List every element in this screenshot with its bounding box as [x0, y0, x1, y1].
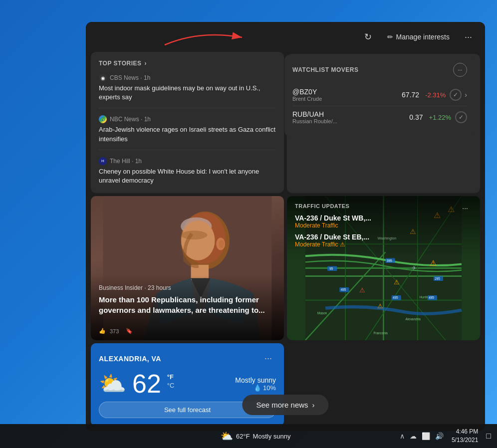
taskbar-date-display: 5/13/2021 — [452, 436, 478, 445]
svg-text:495: 495 — [393, 296, 398, 299]
stock-badge[interactable]: ✓ — [450, 89, 462, 101]
taskbar-weather-desc: Mostly sunny — [253, 433, 291, 440]
stock-price: 0.37 — [409, 113, 423, 121]
traffic-overlay: TRAFFIC UPDATES ··· VA-236 / Duke St WB,… — [287, 196, 480, 258]
traffic-more-button[interactable]: ··· — [458, 202, 472, 214]
watchlist-expand-icon[interactable]: › — [465, 91, 467, 99]
traffic-status: Moderate Traffic ⚠ — [295, 241, 472, 248]
weather-icon: ⛅ — [99, 371, 126, 397]
svg-text:✈: ✈ — [412, 265, 416, 271]
chevron-up-icon[interactable]: ∧ — [400, 432, 405, 440]
taskbar-weather-icon: ⛅ — [221, 430, 233, 442]
svg-text:295: 295 — [435, 277, 440, 280]
traffic-road: VA-236 / Duke St WB,... — [295, 214, 472, 222]
see-more-chevron: › — [312, 401, 315, 409]
watchlist-header: WATCHLIST MOVERS ··· — [292, 63, 467, 77]
traffic-road: VA-236 / Duke St EB,... — [295, 233, 472, 241]
big-news-card[interactable]: Business Insider · 23 hours More than 10… — [91, 196, 284, 340]
more-options-button[interactable]: ··· — [461, 30, 476, 44]
news-item[interactable]: ◉ CBS News · 1h Most indoor mask guideli… — [99, 74, 276, 108]
top-stories-header[interactable]: TOP STORIES › — [99, 60, 276, 67]
svg-text:395: 395 — [387, 259, 392, 262]
unit-celsius: °C — [167, 382, 175, 389]
news-headline: Most indoor mask guidelines may be on wa… — [99, 84, 276, 102]
taskbar-time-display: 4:46 PM — [452, 428, 478, 436]
svg-text:Alexandria: Alexandria — [406, 317, 421, 321]
monitor-icon[interactable]: ⬜ — [422, 432, 430, 440]
top-stories-chevron: › — [145, 60, 147, 67]
news-source-row: H The Hill · 1h — [99, 157, 276, 165]
weather-more-button[interactable]: ··· — [260, 351, 276, 366]
volume-icon[interactable]: 🔊 — [435, 432, 444, 440]
traffic-status: Moderate Traffic — [295, 222, 472, 229]
refresh-button[interactable]: ↻ — [360, 29, 376, 45]
weather-precip: 💧 10% — [235, 384, 276, 392]
watchlist-item[interactable]: @BZ0Y Brent Crude 67.72 -2.31% ✓ › — [292, 84, 467, 106]
see-more-label: See more news — [256, 401, 308, 409]
manage-interests-button[interactable]: ✏ Manage interests — [382, 30, 455, 44]
bookmark-icon: 🔖 — [126, 328, 133, 334]
see-more-news-button[interactable]: See more news › — [242, 395, 328, 415]
taskbar-right: ∧ ☁ ⬜ 🔊 4:46 PM 5/13/2021 □ — [400, 428, 491, 445]
stock-price: 67.72 — [402, 91, 419, 99]
traffic-card: ⚠ ⚠ ⚠ ⚠ ⚠ ⚠ ⚠ Washington Mason Alexandri… — [287, 196, 480, 340]
watchlist-right-area: ✓ › — [450, 89, 467, 101]
news-source-label: CBS News · 1h — [110, 74, 150, 81]
watchlist-more-button[interactable]: ··· — [453, 63, 467, 77]
stock-info: RUB/UAH Russian Rouble/... — [292, 110, 409, 124]
taskbar-weather[interactable]: ⛅ 62°F Mostly sunny — [6, 430, 400, 442]
news-item[interactable]: H The Hill · 1h Cheney on possible White… — [99, 157, 276, 185]
manage-interests-label: Manage interests — [396, 33, 450, 41]
stock-change: +1.22% — [429, 114, 451, 121]
news-headline: Cheney on possible White House bid: I wo… — [99, 167, 276, 185]
weather-unit-toggle[interactable]: °F °C — [167, 373, 175, 389]
watchlist-item[interactable]: RUB/UAH Russian Rouble/... 0.37 +1.22% ✓ — [292, 106, 467, 128]
cloud-icon: ☁ — [410, 432, 417, 440]
stock-symbol: @BZ0Y — [292, 88, 402, 96]
traffic-item[interactable]: VA-236 / Duke St WB,... Moderate Traffic — [295, 214, 472, 229]
precip-icon: 💧 — [253, 384, 261, 392]
taskbar-weather-temp: 62°F — [236, 433, 250, 440]
svg-text:⚠: ⚠ — [430, 259, 437, 268]
like-icon: 👍 — [99, 328, 106, 334]
notification-icon[interactable]: □ — [486, 432, 491, 441]
nbc-icon: 🦚 — [99, 115, 107, 123]
stock-info: @BZ0Y Brent Crude — [292, 88, 402, 102]
weather-temperature: 62 — [132, 371, 161, 397]
big-news-headline: More than 100 Republicans, including for… — [99, 294, 276, 315]
taskbar-clock[interactable]: 4:46 PM 5/13/2021 — [452, 428, 478, 445]
unit-fahrenheit: °F — [167, 373, 175, 381]
stock-name: Brent Crude — [292, 96, 402, 102]
top-stories-label: TOP STORIES — [99, 60, 142, 67]
svg-text:495: 495 — [341, 288, 346, 291]
widget-panel: ↻ ✏ Manage interests ··· TOP STORIES › ◉… — [86, 22, 485, 431]
weather-main: ⛅ 62 °F °C Mostly sunny 💧 10% — [99, 371, 276, 397]
svg-text:Mason: Mason — [317, 311, 327, 315]
svg-text:495: 495 — [429, 296, 434, 299]
news-source-label: The Hill · 1h — [110, 158, 142, 165]
svg-text:95: 95 — [329, 267, 333, 270]
svg-text:⚠: ⚠ — [359, 286, 365, 294]
big-news-actions: 👍 373 🔖 — [99, 328, 133, 334]
svg-text:⚠: ⚠ — [377, 302, 383, 310]
watchlist-overlay-card: WATCHLIST MOVERS ··· @BZ0Y Brent Crude 6… — [284, 55, 475, 136]
hill-icon: H — [99, 157, 107, 165]
top-stories-card: TOP STORIES › ◉ CBS News · 1h Most indoo… — [91, 52, 284, 193]
svg-text:Franconia: Franconia — [373, 331, 388, 335]
taskbar: ⛅ 62°F Mostly sunny ∧ ☁ ⬜ 🔊 4:46 PM 5/13… — [0, 424, 497, 448]
big-news-source: Business Insider · 23 hours — [99, 284, 276, 291]
weather-desc-col: Mostly sunny 💧 10% — [235, 376, 276, 392]
news-source-row: 🦚 NBC News · 1h — [99, 115, 276, 123]
watchlist-title: WATCHLIST MOVERS — [292, 66, 358, 73]
svg-point-7 — [181, 230, 207, 239]
traffic-item[interactable]: VA-236 / Duke St EB,... Moderate Traffic… — [295, 233, 472, 248]
stock-badge[interactable]: ✓ — [455, 111, 467, 123]
like-count: 373 — [110, 328, 119, 334]
stock-symbol: RUB/UAH — [292, 110, 409, 118]
news-source-label: NBC News · 1h — [110, 116, 151, 123]
svg-point-9 — [219, 240, 225, 248]
news-item[interactable]: 🦚 NBC News · 1h Arab-Jewish violence rag… — [99, 115, 276, 150]
weather-location: ALEXANDRIA, VA — [99, 355, 161, 363]
stock-change: -2.31% — [425, 91, 446, 99]
warning-icon: ⚠ — [340, 241, 345, 248]
